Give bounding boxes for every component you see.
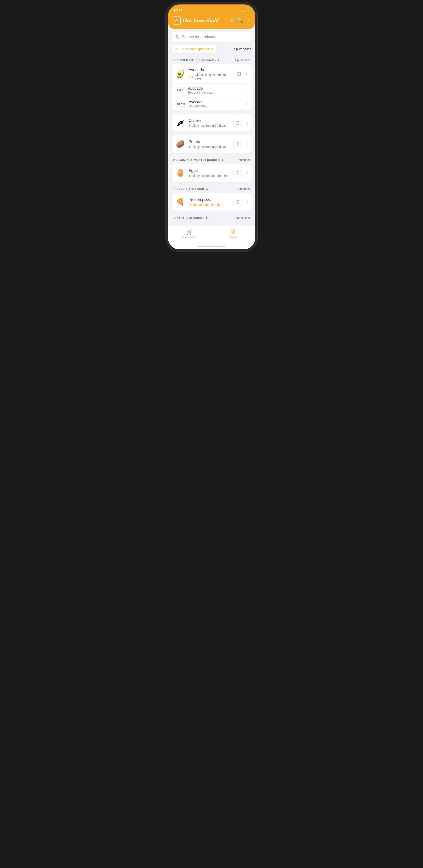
frozen-pizza-chevron-icon[interactable]: › xyxy=(247,200,248,204)
sort-icon: ≡↓ xyxy=(175,47,178,51)
chillies-chevron-icon[interactable]: › xyxy=(247,121,248,125)
battery-icon: 🔋 xyxy=(246,9,250,12)
potato-icon: 🥔 xyxy=(175,138,186,150)
avocado-2-date: Bought today xyxy=(189,104,245,108)
chillies-actions: 📋 › xyxy=(233,119,248,127)
frozen-pizza-info: Frozen pizza Define an expiration date xyxy=(189,197,234,207)
frozen-pizza-expiry: Define an expiration date xyxy=(189,203,234,207)
chillies-clipboard-icon: 📋 xyxy=(235,121,240,125)
phone-frame: 10:33 ···· 📶 🔋 🏠 Our household + 🔍 ··· 🔍… xyxy=(168,4,255,249)
chillies-info: Chillies Likely expires in 14 days xyxy=(189,118,234,127)
header-left: 🏠 Our household xyxy=(173,17,219,25)
search-bar[interactable]: 🔍 Search for products xyxy=(172,32,252,42)
avocado-2-name: Avocado xyxy=(189,100,245,104)
status-bar: 10:33 ···· 📶 🔋 xyxy=(168,4,255,14)
pantry-collapse-icon[interactable]: ▲ xyxy=(205,216,208,219)
compartment-collapse-icon[interactable]: ▲ xyxy=(221,158,224,161)
avocado-sub-2[interactable]: 10 d Avocado Bought today › xyxy=(172,97,252,111)
avocado-name: Avocado xyxy=(189,67,235,72)
avocado-info: Avocado Oldest likely expires in 2 days xyxy=(189,67,235,80)
potato-expiry: Likely expires in 17 days xyxy=(189,145,234,149)
eggs-row: 🥚 Eggs Likely expires in 2 months 📋 › xyxy=(172,164,252,182)
avocado-2-chevron-icon[interactable]: › xyxy=(247,102,248,106)
sort-chevron-icon: ▾ xyxy=(212,47,213,50)
chillies-divider xyxy=(244,119,245,127)
freezer-purchases: 1 purchase xyxy=(236,187,250,190)
refrigerator-collapse-icon[interactable]: ▲ xyxy=(217,58,220,62)
eggs-chevron-icon[interactable]: › xyxy=(247,171,248,175)
avocado-group: 🥑 Avocado Oldest likely expires in 2 day… xyxy=(172,64,252,111)
potato-divider xyxy=(244,140,245,148)
status-icons: ···· 📶 🔋 xyxy=(237,9,250,12)
eggs-info: Eggs Likely expires in 2 months xyxy=(189,168,234,178)
add-button[interactable]: + xyxy=(230,18,233,23)
avocado-1-dot xyxy=(182,89,184,91)
avocado-clipboard-button[interactable]: 📋 xyxy=(235,70,243,78)
home-bar xyxy=(198,246,225,247)
status-time: 10:33 xyxy=(173,9,182,13)
header: 🏠 Our household + 🔍 ··· xyxy=(168,14,255,29)
potato-clipboard-icon: 📋 xyxy=(235,142,240,146)
main-content: 🔍 Search for products ≡↓ Sorted by expir… xyxy=(168,29,255,225)
chillies-dot-icon xyxy=(189,125,191,127)
compartment-purchases: 1 purchase xyxy=(236,158,250,161)
eggs-clipboard-button[interactable]: 📋 xyxy=(233,169,242,177)
frozen-pizza-actions: 📋 › xyxy=(233,198,248,206)
chillies-icon: 🌶 xyxy=(175,117,186,128)
dot-orange-icon xyxy=(192,76,193,78)
refrigerator-title: REFRIGERATOR (3 products) ▲ xyxy=(173,58,220,62)
compartment-section-header: 0°C COMPARTMENT (1 product) ▲ 1 purchase xyxy=(172,156,252,163)
pantry-section-header: PANTRY (0 products) ▲ 0 purchases xyxy=(172,214,252,221)
eggs-name: Eggs xyxy=(189,168,234,173)
potato-clipboard-button[interactable]: 📋 xyxy=(233,140,242,148)
potato-info: Potato Likely expires in 17 days xyxy=(189,140,234,149)
avocado-2-badge: 10 d xyxy=(175,101,187,107)
avocado-icon: 🥑 xyxy=(175,68,186,80)
wifi-icon: 📶 xyxy=(242,9,245,12)
chillies-group: 🌶 Chillies Likely expires in 14 days 📋 › xyxy=(172,114,252,132)
avocado-2-info: Avocado Bought today xyxy=(189,100,245,108)
home-icon[interactable]: 🏠 xyxy=(173,17,180,25)
chillies-expiry: Likely expires in 14 days xyxy=(189,124,234,127)
eggs-dot-icon xyxy=(189,175,191,177)
freezer-section-header: FREEZER (1 product) ▲ 1 purchase xyxy=(172,185,252,192)
nav-storage[interactable]: 🗄 Storage xyxy=(212,228,255,239)
chillies-clipboard-button[interactable]: 📋 xyxy=(233,119,242,127)
avocado-1-badge: 2 d xyxy=(175,88,187,93)
search-header-button[interactable]: 🔍 xyxy=(237,18,243,23)
dot-yellow-icon xyxy=(189,76,191,78)
avocado-sub-1[interactable]: 2 d Avocado Bought 8 days ago › xyxy=(172,84,252,97)
avocado-2-dot xyxy=(183,103,185,105)
frozen-pizza-clipboard-button[interactable]: 📋 xyxy=(233,198,242,206)
avocado-collapse-button[interactable]: ▲ xyxy=(245,72,248,76)
sort-button[interactable]: ≡↓ Sorted by expiration ▾ xyxy=(172,44,217,53)
frozen-pizza-icon: 🍕 xyxy=(175,196,186,208)
eggs-divider xyxy=(244,169,245,177)
potato-chevron-icon[interactable]: › xyxy=(247,142,248,146)
freezer-collapse-icon[interactable]: ▲ xyxy=(205,187,208,190)
more-button[interactable]: ··· xyxy=(246,18,250,23)
avocado-1-chevron-icon[interactable]: › xyxy=(247,88,248,92)
frozen-pizza-group: 🍕 Frozen pizza Define an expiration date… xyxy=(172,193,252,211)
storage-label: Storage xyxy=(229,236,238,238)
frozen-pizza-define[interactable]: Define an expiration date xyxy=(189,203,223,207)
search-icon: 🔍 xyxy=(175,35,180,39)
avocado-actions: 📋 ▲ xyxy=(235,70,248,78)
pantry-purchases: 0 purchases xyxy=(235,216,251,219)
chillies-name: Chillies xyxy=(189,118,234,123)
eggs-expiry: Likely expires in 2 months xyxy=(189,174,234,178)
potato-row: 🥔 Potato Likely expires in 17 days 📋 › xyxy=(172,135,252,153)
page-title: Our household xyxy=(183,17,219,24)
refrigerator-section-header: REFRIGERATOR (3 products) ▲ 4 purchases xyxy=(172,57,252,63)
sort-row: ≡↓ Sorted by expiration ▾ 7 purchases xyxy=(172,44,252,53)
home-indicator xyxy=(168,245,255,249)
header-actions: + 🔍 ··· xyxy=(230,18,250,23)
frozen-pizza-divider xyxy=(244,198,245,206)
shopping-list-label: Shopping List xyxy=(182,236,197,238)
search-input[interactable]: Search for products xyxy=(182,35,215,39)
eggs-icon: 🥚 xyxy=(175,167,186,179)
potato-dot-icon xyxy=(189,146,191,148)
nav-shopping-list[interactable]: 🛒 Shopping List xyxy=(168,228,212,239)
signal-icon: ···· xyxy=(237,9,240,12)
frozen-pizza-clipboard-icon: 📋 xyxy=(235,200,240,204)
